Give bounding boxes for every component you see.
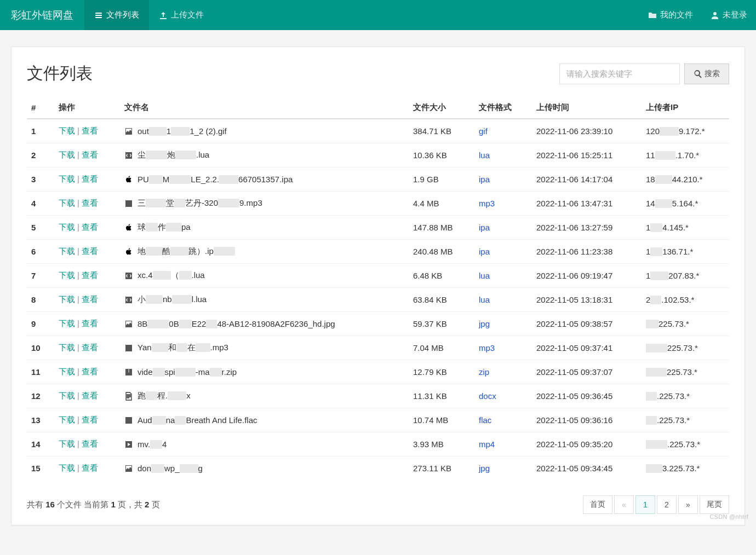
download-link[interactable]: 下载 xyxy=(59,463,75,472)
cell-fmt: jpg xyxy=(474,456,532,481)
cell-time: 2022-11-06 14:17:04 xyxy=(532,167,642,192)
search-input[interactable] xyxy=(559,63,680,84)
cell-name: 跑程.x xyxy=(120,384,409,408)
table-row: 5下载|查看球作pa147.88 MBipa2022-11-06 13:27:5… xyxy=(27,216,729,240)
view-link[interactable]: 查看 xyxy=(82,246,98,256)
audio-icon xyxy=(124,344,133,352)
nav-not-login[interactable]: 未登录 xyxy=(702,0,756,30)
cell-ip: .225.73.* xyxy=(642,408,729,432)
format-link[interactable]: ipa xyxy=(479,223,490,232)
page-1[interactable]: 1 xyxy=(635,495,655,514)
format-link[interactable]: lua xyxy=(479,151,490,160)
view-link[interactable]: 查看 xyxy=(82,198,98,207)
col-ip: 上传者IP xyxy=(642,97,729,119)
page-2[interactable]: 2 xyxy=(657,495,677,514)
download-link[interactable]: 下载 xyxy=(59,198,75,207)
page-prev[interactable]: « xyxy=(614,495,634,514)
format-link[interactable]: mp4 xyxy=(479,440,495,449)
cell-idx: 3 xyxy=(27,167,54,192)
format-link[interactable]: docx xyxy=(479,391,496,401)
cell-name: 三堂艺丹-3209.mp3 xyxy=(120,192,409,216)
cell-size: 7.04 MB xyxy=(409,336,474,360)
download-link[interactable]: 下载 xyxy=(59,294,75,304)
col-op: 操作 xyxy=(54,97,120,119)
search-button[interactable]: 搜索 xyxy=(684,63,729,84)
view-link[interactable]: 查看 xyxy=(82,343,98,352)
nav-my-files[interactable]: 我的文件 xyxy=(639,0,702,30)
view-link[interactable]: 查看 xyxy=(82,415,98,424)
page-first[interactable]: 首页 xyxy=(583,495,612,514)
cell-time: 2022-11-06 09:19:47 xyxy=(532,264,642,288)
cell-name: 地酷跳）.ip xyxy=(120,240,409,264)
view-link[interactable]: 查看 xyxy=(82,126,98,135)
download-link[interactable]: 下载 xyxy=(59,222,75,232)
download-link[interactable]: 下载 xyxy=(59,174,75,183)
format-link[interactable]: mp3 xyxy=(479,343,495,352)
table-row: 9下载|查看8B0BE2248-AB12-81908A2F6236_hd.jpg… xyxy=(27,312,729,336)
doc-icon xyxy=(124,392,133,401)
download-link[interactable]: 下载 xyxy=(59,126,75,135)
download-link[interactable]: 下载 xyxy=(59,246,75,256)
table-row: 3下载|查看PUMLE_2.2.667051357.ipa1.9 GBipa20… xyxy=(27,167,729,192)
download-link[interactable]: 下载 xyxy=(59,439,75,448)
cell-ip: 2.102.53.* xyxy=(642,288,729,312)
format-link[interactable]: flac xyxy=(479,415,491,425)
format-link[interactable]: ipa xyxy=(479,247,490,256)
file-name: 小nbl.lua xyxy=(138,294,207,305)
col-idx: # xyxy=(27,97,54,119)
cell-name: 尘炮.lua xyxy=(120,143,409,167)
cell-time: 2022-11-06 15:25:11 xyxy=(532,143,642,167)
download-link[interactable]: 下载 xyxy=(59,367,75,376)
format-link[interactable]: jpg xyxy=(479,464,490,473)
cell-time: 2022-11-05 09:36:45 xyxy=(532,384,642,408)
view-link[interactable]: 查看 xyxy=(82,319,98,328)
format-link[interactable]: zip xyxy=(479,367,489,377)
nav-file-list[interactable]: 文件列表 xyxy=(84,0,149,30)
view-link[interactable]: 查看 xyxy=(82,150,98,159)
table-row: 4下载|查看三堂艺丹-3209.mp34.4 MBmp32022-11-06 1… xyxy=(27,192,729,216)
download-link[interactable]: 下载 xyxy=(59,343,75,352)
cell-idx: 6 xyxy=(27,240,54,264)
user-icon xyxy=(711,11,719,20)
cell-fmt: lua xyxy=(474,288,532,312)
view-link[interactable]: 查看 xyxy=(82,391,98,400)
cell-idx: 5 xyxy=(27,216,54,240)
view-link[interactable]: 查看 xyxy=(82,367,98,376)
file-name: 跑程.x xyxy=(138,391,191,401)
download-link[interactable]: 下载 xyxy=(59,391,75,400)
cell-time: 2022-11-06 23:39:10 xyxy=(532,119,642,143)
cell-ip: .225.73.* xyxy=(642,384,729,408)
table-row: 8下载|查看小nbl.lua63.84 KBlua2022-11-05 13:1… xyxy=(27,288,729,312)
nav-upload[interactable]: 上传文件 xyxy=(149,0,214,30)
file-name: AudnaBreath And Life.flac xyxy=(138,415,257,425)
download-link[interactable]: 下载 xyxy=(59,270,75,280)
table-row: 13下载|查看AudnaBreath And Life.flac10.74 MB… xyxy=(27,408,729,432)
brand[interactable]: 彩虹外链网盘 xyxy=(0,0,84,30)
format-link[interactable]: lua xyxy=(479,271,490,280)
cell-ip: 1207.83.* xyxy=(642,264,729,288)
format-link[interactable]: mp3 xyxy=(479,199,495,208)
cell-ip: 225.73.* xyxy=(642,336,729,360)
file-name: donwp_g xyxy=(138,464,203,473)
page-next[interactable]: » xyxy=(678,495,698,514)
view-link[interactable]: 查看 xyxy=(82,174,98,183)
view-link[interactable]: 查看 xyxy=(82,222,98,232)
main-panel: 文件列表 搜索 # 操作 文件名 文件大小 文件格式 上传时间 上传者IP xyxy=(11,47,745,525)
view-link[interactable]: 查看 xyxy=(82,463,98,472)
file-name: 尘炮.lua xyxy=(138,150,209,160)
file-name: mv.4 xyxy=(138,440,167,449)
cell-fmt: flac xyxy=(474,408,532,432)
view-link[interactable]: 查看 xyxy=(82,270,98,280)
page-last[interactable]: 尾页 xyxy=(700,495,729,514)
col-size: 文件大小 xyxy=(409,97,474,119)
download-link[interactable]: 下载 xyxy=(59,319,75,328)
format-link[interactable]: jpg xyxy=(479,319,490,328)
format-link[interactable]: gif xyxy=(479,126,488,136)
cell-ip: 1136.71.* xyxy=(642,240,729,264)
download-link[interactable]: 下载 xyxy=(59,150,75,159)
format-link[interactable]: lua xyxy=(479,295,490,304)
download-link[interactable]: 下载 xyxy=(59,415,75,424)
format-link[interactable]: ipa xyxy=(479,175,490,184)
view-link[interactable]: 查看 xyxy=(82,439,98,448)
view-link[interactable]: 查看 xyxy=(82,294,98,304)
